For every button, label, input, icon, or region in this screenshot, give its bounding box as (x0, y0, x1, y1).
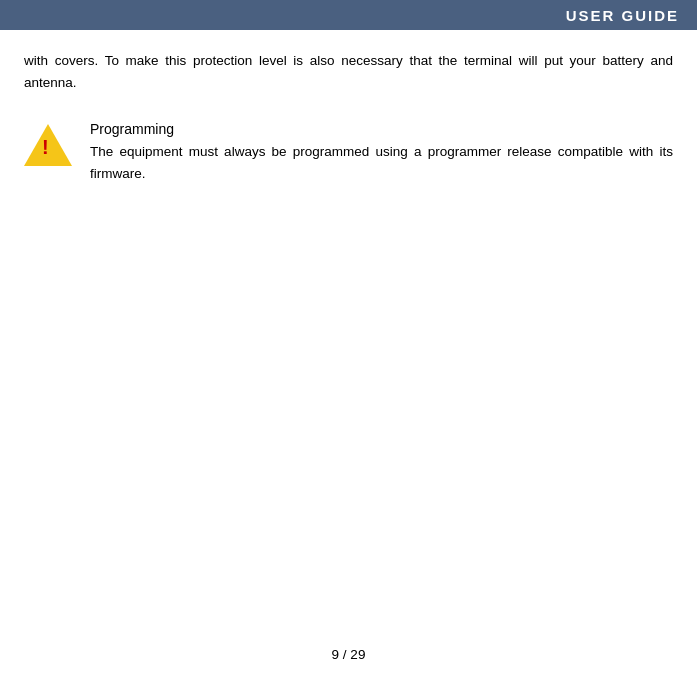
page-number: 9 / 29 (332, 647, 366, 662)
intro-paragraph: with covers. To make this protection lev… (24, 50, 673, 93)
warning-block: Programming The equipment must always be… (24, 121, 673, 184)
warning-body: The equipment must always be programmed … (90, 141, 673, 184)
warning-text-block: Programming The equipment must always be… (90, 121, 673, 184)
content-area: with covers. To make this protection lev… (0, 30, 697, 204)
warning-triangle-icon (24, 124, 72, 166)
page-footer: 9 / 29 (0, 647, 697, 662)
header-title: USER GUIDE (566, 7, 679, 24)
warning-title: Programming (90, 121, 673, 137)
warning-icon-wrap (24, 121, 72, 169)
header-bar: USER GUIDE (0, 0, 697, 30)
